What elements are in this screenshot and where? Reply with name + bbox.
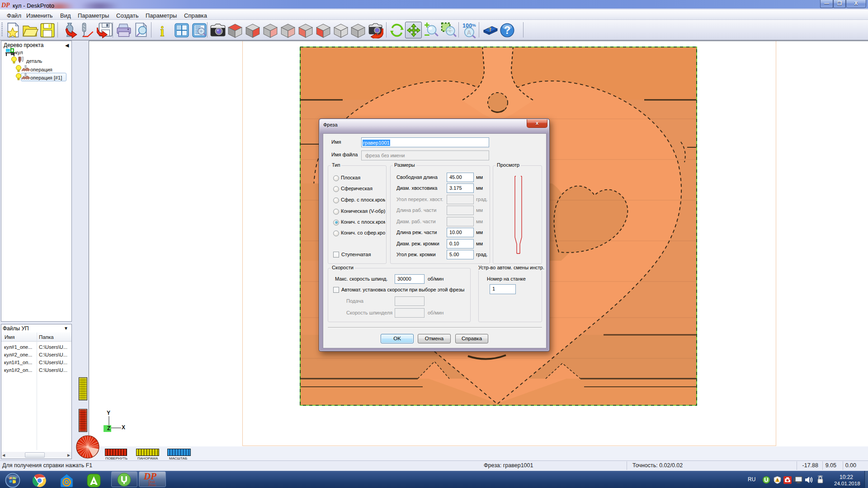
svg-text:A: A — [467, 29, 472, 36]
svg-text:?: ? — [504, 24, 510, 36]
svg-text:i: i — [160, 23, 165, 38]
svg-text:%: % — [472, 23, 476, 28]
